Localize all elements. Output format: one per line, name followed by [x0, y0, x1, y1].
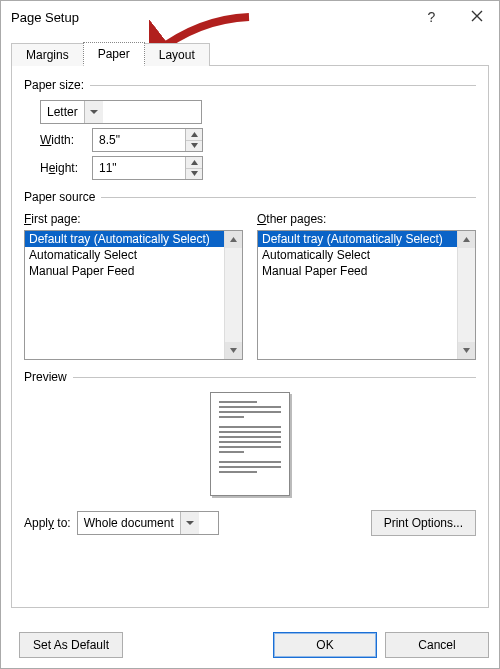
- titlebar: Page Setup ?: [1, 1, 499, 33]
- list-item[interactable]: Automatically Select: [25, 247, 225, 263]
- scroll-down-icon[interactable]: [225, 342, 242, 359]
- first-page-label: First page:: [24, 212, 243, 226]
- dialog-footer: Set As Default OK Cancel: [11, 632, 489, 658]
- spin-down-icon[interactable]: [186, 141, 202, 152]
- paper-size-select[interactable]: Letter: [40, 100, 202, 124]
- help-button[interactable]: ?: [409, 1, 454, 33]
- spin-up-icon[interactable]: [186, 129, 202, 141]
- tab-paper-content: Paper size: Letter Width:: [11, 66, 489, 608]
- scrollbar[interactable]: [457, 231, 475, 359]
- list-item[interactable]: Manual Paper Feed: [25, 263, 225, 279]
- paper-source-label: Paper source: [24, 190, 99, 204]
- width-label: Width:: [40, 133, 92, 147]
- height-spinner[interactable]: [92, 156, 203, 180]
- other-pages-label: Other pages:: [257, 212, 476, 226]
- apply-to-label: Apply to:: [24, 516, 71, 530]
- paper-size-group: Paper size: Letter Width:: [24, 78, 476, 180]
- apply-to-value: Whole document: [78, 512, 180, 534]
- chevron-down-icon[interactable]: [84, 101, 103, 123]
- page-setup-dialog: Page Setup ? Margins Paper Layout: [0, 0, 500, 669]
- scroll-down-icon[interactable]: [458, 342, 475, 359]
- scroll-up-icon[interactable]: [225, 231, 242, 248]
- height-input[interactable]: [93, 157, 185, 179]
- apply-row: Apply to: Whole document Print Options..…: [24, 510, 476, 536]
- help-icon: ?: [428, 9, 436, 25]
- dialog-title: Page Setup: [11, 10, 79, 25]
- first-page-listbox[interactable]: Default tray (Automatically Select) Auto…: [24, 230, 243, 360]
- first-page-column: First page: Default tray (Automatically …: [24, 212, 243, 360]
- apply-to-select[interactable]: Whole document: [77, 511, 219, 535]
- paper-source-group: Paper source First page: Default tray (A…: [24, 190, 476, 360]
- other-pages-column: Other pages: Default tray (Automatically…: [257, 212, 476, 360]
- close-button[interactable]: [454, 1, 499, 33]
- height-label: Height:: [40, 161, 92, 175]
- tab-paper[interactable]: Paper: [83, 42, 145, 66]
- close-icon: [471, 9, 483, 25]
- preview-label: Preview: [24, 370, 71, 384]
- preview-group: Preview: [24, 370, 476, 496]
- print-options-button[interactable]: Print Options...: [371, 510, 476, 536]
- tab-margins[interactable]: Margins: [11, 43, 84, 66]
- width-spinner[interactable]: [92, 128, 203, 152]
- list-item[interactable]: Manual Paper Feed: [258, 263, 458, 279]
- scroll-up-icon[interactable]: [458, 231, 475, 248]
- cancel-button[interactable]: Cancel: [385, 632, 489, 658]
- list-item[interactable]: Default tray (Automatically Select): [25, 231, 225, 247]
- tab-layout[interactable]: Layout: [144, 43, 210, 66]
- paper-size-value: Letter: [41, 101, 84, 123]
- ok-button[interactable]: OK: [273, 632, 377, 658]
- list-item[interactable]: Automatically Select: [258, 247, 458, 263]
- width-input[interactable]: [93, 129, 185, 151]
- paper-size-label: Paper size:: [24, 78, 88, 92]
- set-as-default-button[interactable]: Set As Default: [19, 632, 123, 658]
- spin-down-icon[interactable]: [186, 169, 202, 180]
- other-pages-listbox[interactable]: Default tray (Automatically Select) Auto…: [257, 230, 476, 360]
- scrollbar[interactable]: [224, 231, 242, 359]
- tab-strip: Margins Paper Layout: [11, 41, 489, 66]
- page-preview-icon: [210, 392, 290, 496]
- chevron-down-icon[interactable]: [180, 512, 199, 534]
- list-item[interactable]: Default tray (Automatically Select): [258, 231, 458, 247]
- spin-up-icon[interactable]: [186, 157, 202, 169]
